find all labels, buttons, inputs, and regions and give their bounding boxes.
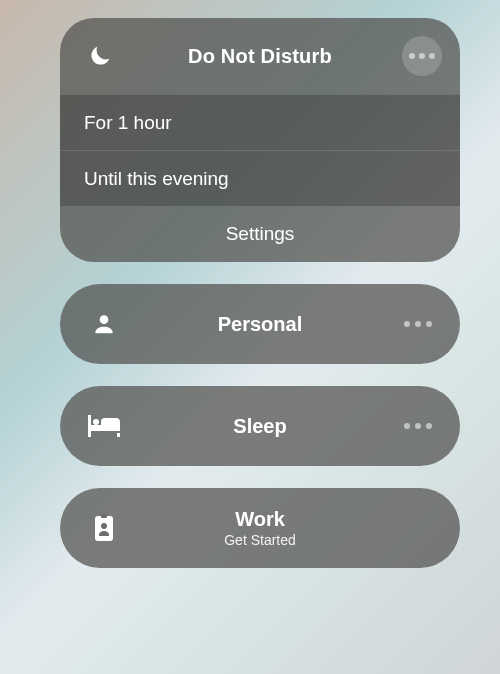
svg-point-8 <box>101 523 107 529</box>
dnd-option-label: Until this evening <box>84 168 229 190</box>
focus-personal-pill[interactable]: Personal <box>60 284 460 364</box>
svg-rect-4 <box>117 433 120 437</box>
focus-pill-label: Personal <box>218 313 302 336</box>
badge-icon <box>88 512 120 544</box>
svg-rect-7 <box>101 514 107 518</box>
focus-dnd-title: Do Not Disturb <box>188 45 332 68</box>
svg-rect-3 <box>88 433 91 437</box>
dnd-option-label: For 1 hour <box>84 112 172 134</box>
svg-rect-2 <box>88 425 120 431</box>
ellipsis-icon <box>409 53 435 59</box>
dnd-option-for-1-hour[interactable]: For 1 hour <box>60 94 460 150</box>
focus-personal-more-button[interactable] <box>404 321 432 327</box>
focus-pill-label: Sleep <box>233 415 286 438</box>
dnd-option-until-evening[interactable]: Until this evening <box>60 150 460 206</box>
person-icon <box>88 308 120 340</box>
dnd-settings-label: Settings <box>226 223 295 245</box>
focus-dnd-header[interactable]: Do Not Disturb <box>60 18 460 94</box>
focus-dnd-card: Do Not Disturb For 1 hour Until this eve… <box>60 18 460 262</box>
moon-icon <box>86 42 114 70</box>
focus-dnd-more-button[interactable] <box>402 36 442 76</box>
svg-point-0 <box>100 315 109 324</box>
focus-pill-label: Work <box>235 508 285 531</box>
focus-work-pill[interactable]: Work Get Started <box>60 488 460 568</box>
bed-icon <box>88 410 120 442</box>
focus-sleep-pill[interactable]: Sleep <box>60 386 460 466</box>
focus-pill-sublabel: Get Started <box>224 532 296 548</box>
svg-point-5 <box>93 419 99 425</box>
focus-sleep-more-button[interactable] <box>404 423 432 429</box>
dnd-settings-button[interactable]: Settings <box>60 206 460 262</box>
